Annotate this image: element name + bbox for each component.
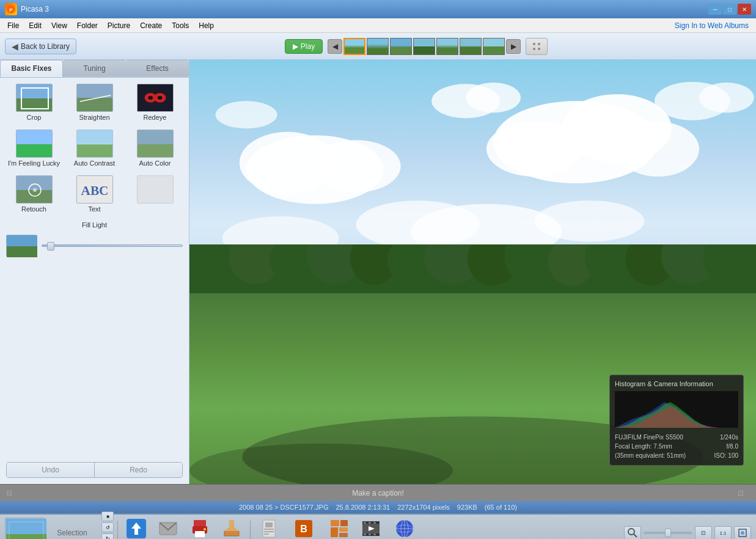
zoom-handle[interactable] bbox=[665, 529, 671, 537]
print-button[interactable]: Print bbox=[185, 519, 215, 539]
svg-rect-77 bbox=[265, 522, 273, 527]
menu-help[interactable]: Help bbox=[194, 20, 219, 31]
rotate-cw-button[interactable]: ↻ bbox=[101, 534, 114, 539]
view-fit-button[interactable] bbox=[734, 526, 751, 539]
slider-handle[interactable] bbox=[47, 242, 54, 251]
menu-folder[interactable]: Folder bbox=[72, 20, 103, 31]
play-label: Play bbox=[301, 42, 315, 51]
fill-light-slider[interactable] bbox=[42, 244, 183, 247]
menu-edit[interactable]: Edit bbox=[24, 20, 46, 31]
email-button[interactable]: Email bbox=[153, 519, 183, 539]
svg-rect-87 bbox=[339, 533, 348, 537]
app-title: Picasa 3 bbox=[21, 5, 708, 13]
svg-rect-97 bbox=[373, 534, 376, 535]
crop-thumb bbox=[16, 84, 53, 112]
menu-tools[interactable]: Tools bbox=[167, 20, 194, 31]
camera-model: FUJIFILM FinePix S5500 bbox=[615, 433, 683, 442]
shop-icon bbox=[258, 519, 280, 538]
placeholder-thumb bbox=[137, 175, 174, 204]
tool-contrast[interactable]: Auto Contrast bbox=[67, 130, 122, 167]
svg-rect-84 bbox=[340, 520, 348, 526]
menu-create[interactable]: Create bbox=[135, 20, 167, 31]
thumb-item[interactable] bbox=[413, 38, 435, 55]
tool-lucky[interactable]: I'm Feeling Lucky bbox=[6, 130, 62, 167]
caption-expand-icon[interactable]: ⊡ bbox=[738, 489, 750, 497]
svg-rect-10 bbox=[77, 98, 113, 112]
thumb-item[interactable] bbox=[436, 38, 458, 55]
bottom-tools-left: ★ ↺ ↻ 🏷 bbox=[101, 512, 114, 539]
fill-light-title: Fill Light bbox=[6, 221, 183, 229]
status-dimensions: 2272x1704 pixels bbox=[397, 504, 450, 511]
contrast-label: Auto Contrast bbox=[74, 160, 115, 167]
rotate-ccw-button[interactable]: ↺ bbox=[101, 522, 114, 532]
zoom-slider[interactable] bbox=[644, 532, 692, 534]
sign-in-link[interactable]: Sign In to Web Albums bbox=[670, 20, 754, 31]
play-icon: ▶ bbox=[293, 42, 298, 51]
svg-rect-78 bbox=[264, 529, 274, 530]
tab-basic-fixes[interactable]: Basic Fixes bbox=[0, 60, 63, 77]
svg-rect-92 bbox=[364, 522, 366, 524]
status-count: (65 of 110) bbox=[485, 504, 517, 511]
thumb-item[interactable] bbox=[390, 38, 412, 55]
thumb-item[interactable] bbox=[343, 38, 365, 55]
back-to-library-button[interactable]: ◀ Back to Library bbox=[5, 38, 76, 54]
straighten-thumb bbox=[76, 84, 113, 112]
movie-button[interactable]: Movie bbox=[356, 519, 386, 539]
star-button[interactable]: ★ bbox=[101, 512, 114, 521]
svg-point-106 bbox=[741, 531, 744, 535]
svg-text:ABC: ABC bbox=[81, 183, 108, 198]
bottom-right-controls: ⊡ 1:1 bbox=[624, 526, 751, 539]
svg-text:B: B bbox=[300, 524, 307, 534]
histogram-overlay: Histogram & Camera Information FUJIFILM … bbox=[609, 375, 744, 466]
shop-button[interactable]: Shop bbox=[254, 519, 284, 539]
play-button[interactable]: ▶ Play bbox=[285, 39, 323, 54]
filmstrip: ◀ ▶ bbox=[328, 38, 521, 55]
geotag-button[interactable]: Geo-Tag bbox=[388, 519, 421, 539]
redo-button[interactable]: Redo bbox=[95, 463, 182, 477]
focal-length: Focal Length: 7.5mm bbox=[615, 442, 672, 451]
caption-text[interactable]: Make a caption! bbox=[18, 489, 738, 497]
back-label: Back to Library bbox=[21, 42, 70, 51]
svg-rect-83 bbox=[331, 520, 339, 526]
svg-point-3 bbox=[538, 43, 540, 45]
thumb-item[interactable] bbox=[460, 38, 482, 55]
svg-line-104 bbox=[634, 534, 637, 537]
menu-file[interactable]: File bbox=[2, 20, 24, 31]
menu-view[interactable]: View bbox=[46, 20, 72, 31]
thumb-item[interactable] bbox=[367, 38, 389, 55]
view-1-1-button[interactable]: 1:1 bbox=[714, 526, 732, 539]
filmstrip-next[interactable]: ▶ bbox=[506, 39, 521, 54]
filmstrip-prev[interactable]: ◀ bbox=[328, 39, 342, 54]
collage-button[interactable]: Collage bbox=[324, 519, 354, 539]
tool-redeye[interactable]: Redeye bbox=[127, 84, 183, 121]
thumb-item[interactable] bbox=[483, 38, 505, 55]
tool-text[interactable]: ABC Text bbox=[67, 175, 122, 213]
undo-redo-bar: Undo Redo bbox=[6, 462, 183, 478]
undo-button[interactable]: Undo bbox=[7, 463, 95, 477]
close-button[interactable]: ✕ bbox=[738, 4, 751, 15]
geotag-icon bbox=[394, 519, 416, 538]
export-button[interactable]: Export bbox=[217, 519, 246, 539]
contrast-thumb bbox=[76, 130, 113, 158]
tab-effects[interactable]: Effects bbox=[126, 60, 189, 77]
tool-crop[interactable]: Crop bbox=[6, 84, 62, 121]
edit-options-button[interactable] bbox=[526, 38, 548, 55]
fill-light-control bbox=[6, 235, 183, 257]
search-photos-button[interactable] bbox=[624, 526, 641, 539]
tool-retouch[interactable]: Retouch bbox=[6, 175, 62, 213]
blogthis-button[interactable]: B BlogThis! bbox=[286, 519, 321, 539]
view-single-button[interactable]: ⊡ bbox=[695, 526, 712, 539]
tool-straighten[interactable]: Straighten bbox=[67, 84, 122, 121]
maximize-button[interactable]: □ bbox=[723, 4, 736, 15]
caption-collapse-icon[interactable]: ⊟ bbox=[6, 489, 18, 497]
tool-color[interactable]: Auto Color bbox=[127, 130, 183, 167]
svg-rect-93 bbox=[369, 522, 371, 524]
menu-picture[interactable]: Picture bbox=[103, 20, 135, 31]
upload-button[interactable]: Upload bbox=[122, 519, 151, 539]
lucky-label: I'm Feeling Lucky bbox=[8, 160, 60, 167]
minimize-button[interactable]: ─ bbox=[708, 4, 722, 15]
histogram-graph bbox=[615, 391, 738, 428]
tab-tuning[interactable]: Tuning bbox=[63, 60, 126, 77]
caption-bar: ⊟ Make a caption! ⊡ bbox=[0, 484, 756, 501]
back-arrow-icon: ◀ bbox=[12, 42, 18, 51]
